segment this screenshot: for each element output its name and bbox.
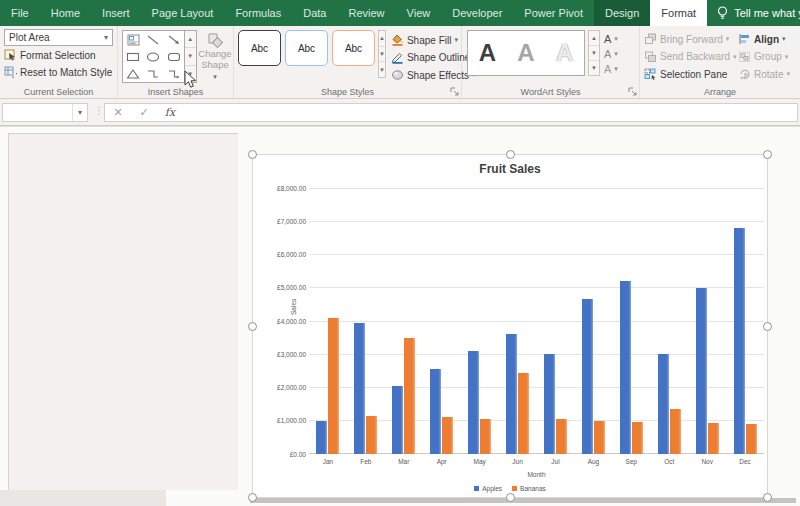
- text-effects-button[interactable]: A▾: [604, 61, 618, 76]
- bar-apples-aug[interactable]: [582, 299, 593, 454]
- bar-apples-jul[interactable]: [544, 354, 555, 454]
- y-axis-title[interactable]: Sales: [290, 299, 297, 315]
- chart-object[interactable]: Fruit Sales Sales JanFebMarAprMayJunJulA…: [252, 154, 768, 498]
- bar-apples-nov[interactable]: [696, 288, 707, 454]
- cancel-icon[interactable]: ✕: [105, 106, 131, 119]
- tab-home[interactable]: Home: [40, 0, 91, 26]
- rotate-button[interactable]: Rotate ▾: [738, 66, 790, 83]
- empty-worksheet-region[interactable]: [8, 133, 238, 490]
- resize-handle-bottom-right[interactable]: [763, 493, 772, 502]
- tab-review[interactable]: Review: [337, 0, 395, 26]
- tab-developer[interactable]: Developer: [441, 0, 513, 26]
- textbox-shape-icon[interactable]: [123, 31, 143, 48]
- rounded-rectangle-shape-icon[interactable]: [163, 48, 183, 65]
- tab-format[interactable]: Format: [650, 0, 707, 26]
- bar-bananas-jul[interactable]: [556, 419, 567, 454]
- style-more-icon[interactable]: ▼: [379, 62, 385, 77]
- wordart-more-icon[interactable]: ▼: [589, 61, 599, 75]
- bar-bananas-oct[interactable]: [670, 409, 681, 454]
- shape-style-2[interactable]: Abc: [285, 30, 328, 66]
- rectangle-shape-icon[interactable]: [123, 48, 143, 65]
- tab-file[interactable]: File: [0, 0, 40, 26]
- chart-legend[interactable]: ApplesBananas: [253, 485, 767, 492]
- line-shape-icon[interactable]: [143, 31, 163, 48]
- triangle-shape-icon[interactable]: [123, 65, 143, 82]
- bring-forward-button[interactable]: Bring Forward ▾: [644, 31, 738, 48]
- oval-shape-icon[interactable]: [143, 48, 163, 65]
- horizontal-scrollbar[interactable]: [250, 498, 796, 503]
- tab-design[interactable]: Design: [594, 0, 650, 26]
- bar-bananas-apr[interactable]: [442, 417, 453, 454]
- group-button[interactable]: Group ▾: [738, 49, 790, 66]
- shape-style-3[interactable]: Abc: [332, 30, 375, 66]
- bar-apples-may[interactable]: [468, 351, 479, 454]
- tell-me-box[interactable]: Tell me what you want to do: [707, 0, 800, 26]
- wordart-scroll-up-icon[interactable]: ▲: [589, 31, 599, 46]
- resize-handle-bottom-center[interactable]: [506, 493, 515, 502]
- gallery-scroll-down-icon[interactable]: ▼: [185, 48, 196, 65]
- wordart-style-2[interactable]: A: [517, 41, 534, 65]
- insert-function-icon[interactable]: fx: [157, 106, 183, 119]
- format-selection-button[interactable]: Format Selection: [4, 47, 113, 63]
- resize-handle-middle-left[interactable]: [248, 322, 257, 331]
- formula-field[interactable]: ✕ ✓ fx: [104, 103, 798, 122]
- reset-to-match-style-button[interactable]: Reset to Match Style: [4, 64, 113, 80]
- name-box[interactable]: ▾: [2, 103, 88, 122]
- wordart-style-3[interactable]: A: [556, 41, 573, 65]
- bar-bananas-sep[interactable]: [632, 422, 643, 454]
- style-scroll-up-icon[interactable]: ▲: [379, 31, 385, 47]
- text-outline-button[interactable]: A▾: [604, 46, 618, 61]
- bar-bananas-jan[interactable]: [328, 318, 339, 454]
- chart-element-selector[interactable]: Plot Area ▾: [4, 29, 113, 46]
- gallery-more-icon[interactable]: ▼: [185, 66, 196, 82]
- resize-handle-bottom-left[interactable]: [248, 493, 257, 502]
- legend-item-apples[interactable]: Apples: [474, 485, 502, 492]
- bar-apples-oct[interactable]: [658, 354, 669, 454]
- bar-apples-feb[interactable]: [354, 323, 365, 454]
- selection-pane-button[interactable]: Selection Pane: [644, 66, 738, 83]
- tab-insert[interactable]: Insert: [91, 0, 141, 26]
- elbow-arrow-shape-icon[interactable]: [163, 65, 183, 82]
- resize-handle-top-right[interactable]: [763, 150, 772, 159]
- send-backward-button[interactable]: Send Backward ▾: [644, 49, 738, 66]
- tab-formulas[interactable]: Formulas: [224, 0, 292, 26]
- tab-power-pivot[interactable]: Power Pivot: [513, 0, 594, 26]
- bar-bananas-dec[interactable]: [746, 424, 757, 454]
- tab-page-layout[interactable]: Page Layout: [141, 0, 225, 26]
- legend-item-bananas[interactable]: Bananas: [512, 485, 546, 492]
- elbow-connector-shape-icon[interactable]: [143, 65, 163, 82]
- bar-bananas-nov[interactable]: [708, 423, 719, 454]
- bar-apples-jan[interactable]: [316, 421, 327, 454]
- x-axis-title[interactable]: Month: [309, 471, 764, 478]
- name-box-chevron-down-icon[interactable]: ▾: [72, 104, 87, 121]
- wordart-scroll-down-icon[interactable]: ▼: [589, 46, 599, 61]
- bar-bananas-mar[interactable]: [404, 338, 415, 454]
- bar-apples-dec[interactable]: [734, 228, 745, 454]
- wordart-style-1[interactable]: A: [479, 41, 496, 65]
- bar-bananas-may[interactable]: [480, 419, 491, 454]
- tab-data[interactable]: Data: [292, 0, 337, 26]
- resize-handle-top-left[interactable]: [248, 150, 257, 159]
- bar-bananas-aug[interactable]: [594, 421, 605, 454]
- bar-apples-apr[interactable]: [430, 369, 441, 454]
- arrow-shape-icon[interactable]: [163, 31, 183, 48]
- chevron-down-icon[interactable]: ▾: [100, 33, 112, 42]
- tab-view[interactable]: View: [396, 0, 442, 26]
- bar-apples-mar[interactable]: [392, 386, 403, 454]
- style-scroll-down-icon[interactable]: ▼: [379, 47, 385, 63]
- x-axis-labels[interactable]: JanFebMarAprMayJunJulAugSepOctNovDec: [309, 458, 764, 465]
- enter-icon[interactable]: ✓: [131, 106, 157, 119]
- worksheet-area[interactable]: Fruit Sales Sales JanFebMarAprMayJunJulA…: [0, 126, 800, 506]
- bar-apples-sep[interactable]: [620, 281, 631, 454]
- bar-bananas-feb[interactable]: [366, 416, 377, 454]
- wordart-dialog-launcher-icon[interactable]: [628, 87, 637, 96]
- text-fill-button[interactable]: A▾: [604, 31, 618, 46]
- align-button[interactable]: Align ▾: [738, 31, 790, 48]
- formula-bar-splitter[interactable]: ⋮: [94, 105, 104, 116]
- gallery-scroll-up-icon[interactable]: ▲: [185, 31, 196, 48]
- chart-title[interactable]: Fruit Sales: [253, 162, 767, 176]
- bar-bananas-jun[interactable]: [518, 373, 529, 454]
- resize-handle-middle-right[interactable]: [763, 322, 772, 331]
- bar-apples-jun[interactable]: [506, 334, 517, 454]
- resize-handle-top-center[interactable]: [506, 150, 515, 159]
